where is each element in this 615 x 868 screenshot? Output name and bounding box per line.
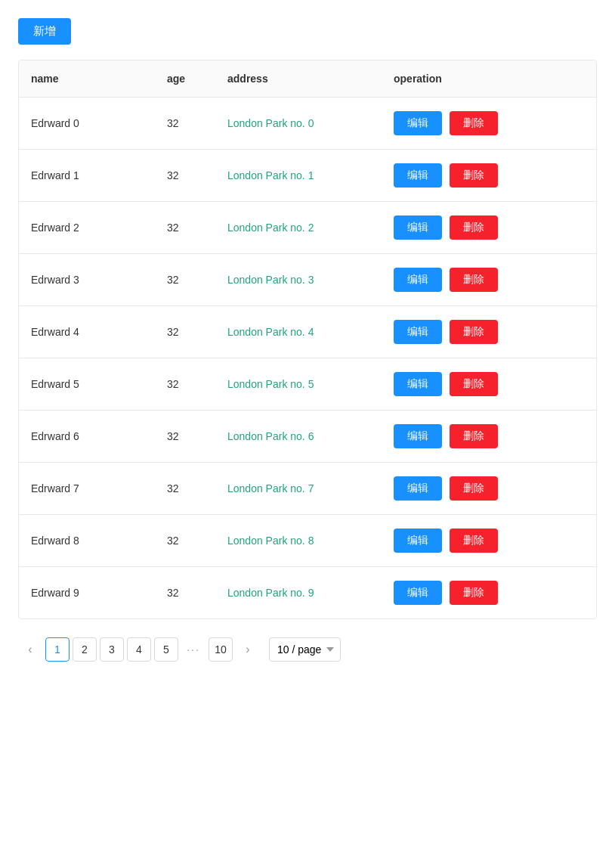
cell-address: London Park no. 9 xyxy=(215,567,382,619)
edit-button[interactable]: 编辑 xyxy=(394,372,442,396)
cell-name: Edrward 4 xyxy=(19,306,155,358)
col-header-address: address xyxy=(215,60,382,98)
edit-button[interactable]: 编辑 xyxy=(394,424,442,448)
cell-address: London Park no. 8 xyxy=(215,515,382,567)
table-row: Edrward 532London Park no. 5编辑删除 xyxy=(19,358,596,411)
pagination: ‹ 1 2 3 4 5 ··· 10 › 10 / page 20 / page… xyxy=(18,637,597,662)
cell-operation: 编辑删除 xyxy=(382,567,596,618)
table-row: Edrward 432London Park no. 4编辑删除 xyxy=(19,306,596,358)
cell-name: Edrward 6 xyxy=(19,411,155,463)
edit-button[interactable]: 编辑 xyxy=(394,111,442,135)
cell-name: Edrward 2 xyxy=(19,202,155,254)
col-header-age: age xyxy=(155,60,215,98)
table-row: Edrward 832London Park no. 8编辑删除 xyxy=(19,515,596,567)
edit-button[interactable]: 编辑 xyxy=(394,215,442,240)
cell-operation: 编辑删除 xyxy=(382,98,596,149)
table-row: Edrward 332London Park no. 3编辑删除 xyxy=(19,254,596,306)
cell-age: 32 xyxy=(155,202,215,254)
delete-button[interactable]: 删除 xyxy=(450,581,498,605)
cell-name: Edrward 5 xyxy=(19,358,155,411)
page-button-4[interactable]: 4 xyxy=(127,637,151,662)
table-row: Edrward 632London Park no. 6编辑删除 xyxy=(19,411,596,463)
delete-button[interactable]: 删除 xyxy=(450,424,498,448)
cell-operation: 编辑删除 xyxy=(382,202,596,253)
cell-operation: 编辑删除 xyxy=(382,515,596,566)
cell-operation: 编辑删除 xyxy=(382,463,596,514)
cell-age: 32 xyxy=(155,515,215,567)
cell-operation: 编辑删除 xyxy=(382,150,596,201)
cell-address: London Park no. 6 xyxy=(215,411,382,463)
edit-button[interactable]: 编辑 xyxy=(394,268,442,292)
cell-address: London Park no. 1 xyxy=(215,150,382,202)
delete-button[interactable]: 删除 xyxy=(450,111,498,135)
add-button[interactable]: 新增 xyxy=(18,18,71,45)
edit-button[interactable]: 编辑 xyxy=(394,529,442,553)
cell-operation: 编辑删除 xyxy=(382,254,596,305)
delete-button[interactable]: 删除 xyxy=(450,320,498,344)
col-header-operation: operation xyxy=(382,60,596,98)
cell-age: 32 xyxy=(155,306,215,358)
cell-age: 32 xyxy=(155,98,215,150)
cell-age: 32 xyxy=(155,567,215,619)
cell-name: Edrward 3 xyxy=(19,254,155,306)
data-table: name age address operation Edrward 032Lo… xyxy=(18,60,597,619)
cell-name: Edrward 8 xyxy=(19,515,155,567)
cell-address: London Park no. 7 xyxy=(215,463,382,515)
cell-age: 32 xyxy=(155,358,215,411)
cell-address: London Park no. 2 xyxy=(215,202,382,254)
cell-age: 32 xyxy=(155,254,215,306)
cell-name: Edrward 9 xyxy=(19,567,155,619)
edit-button[interactable]: 编辑 xyxy=(394,581,442,605)
table-row: Edrward 032London Park no. 0编辑删除 xyxy=(19,98,596,150)
cell-operation: 编辑删除 xyxy=(382,358,596,410)
cell-operation: 编辑删除 xyxy=(382,306,596,358)
page-button-2[interactable]: 2 xyxy=(73,637,97,662)
edit-button[interactable]: 编辑 xyxy=(394,163,442,188)
delete-button[interactable]: 删除 xyxy=(450,372,498,396)
edit-button[interactable]: 编辑 xyxy=(394,320,442,344)
page-size-select[interactable]: 10 / page 20 / page 50 / page xyxy=(269,637,341,662)
cell-address: London Park no. 4 xyxy=(215,306,382,358)
cell-age: 32 xyxy=(155,463,215,515)
cell-name: Edrward 0 xyxy=(19,98,155,150)
cell-address: London Park no. 0 xyxy=(215,98,382,150)
table-row: Edrward 732London Park no. 7编辑删除 xyxy=(19,463,596,515)
prev-page-button[interactable]: ‹ xyxy=(18,637,42,662)
delete-button[interactable]: 删除 xyxy=(450,215,498,240)
page-button-1[interactable]: 1 xyxy=(45,637,70,662)
cell-name: Edrward 7 xyxy=(19,463,155,515)
table-row: Edrward 232London Park no. 2编辑删除 xyxy=(19,202,596,254)
cell-address: London Park no. 3 xyxy=(215,254,382,306)
delete-button[interactable]: 删除 xyxy=(450,476,498,501)
cell-age: 32 xyxy=(155,150,215,202)
cell-operation: 编辑删除 xyxy=(382,411,596,462)
next-page-button[interactable]: › xyxy=(236,637,260,662)
table-row: Edrward 132London Park no. 1编辑删除 xyxy=(19,150,596,202)
page-ellipsis: ··· xyxy=(181,637,206,662)
page-button-3[interactable]: 3 xyxy=(100,637,124,662)
delete-button[interactable]: 删除 xyxy=(450,268,498,292)
cell-age: 32 xyxy=(155,411,215,463)
cell-name: Edrward 1 xyxy=(19,150,155,202)
page-button-10[interactable]: 10 xyxy=(209,637,233,662)
table-row: Edrward 932London Park no. 9编辑删除 xyxy=(19,567,596,619)
table-header-row: name age address operation xyxy=(19,60,596,98)
page-button-5[interactable]: 5 xyxy=(154,637,178,662)
edit-button[interactable]: 编辑 xyxy=(394,476,442,501)
delete-button[interactable]: 删除 xyxy=(450,529,498,553)
delete-button[interactable]: 删除 xyxy=(450,163,498,188)
col-header-name: name xyxy=(19,60,155,98)
cell-address: London Park no. 5 xyxy=(215,358,382,411)
